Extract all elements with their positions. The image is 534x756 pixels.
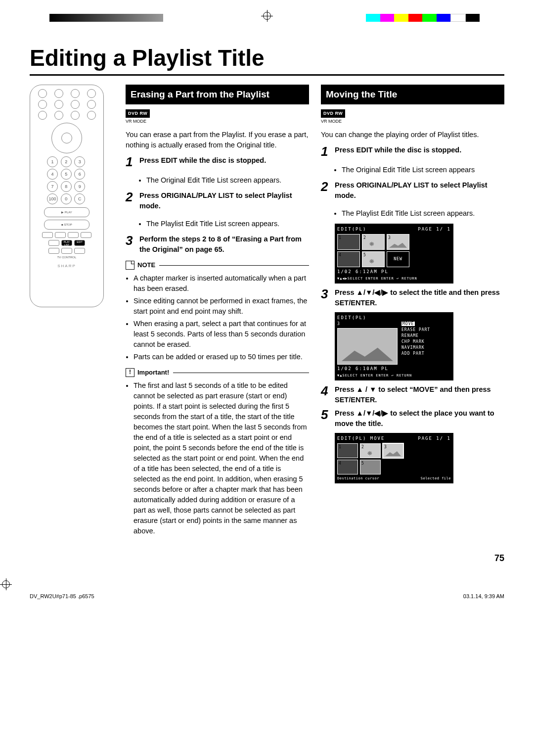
play-button-icon: ▶ PLAY bbox=[44, 207, 89, 217]
screen-edit-pl-list: EDIT(PL)PAGE 1/ 1 1 2 3 4 5 NEW 1/02 6:1… bbox=[335, 224, 453, 284]
preview-thumbnail bbox=[337, 328, 398, 365]
number-pad: 123 456 789 1000C bbox=[47, 156, 87, 204]
erasing-step-3: 3 Perform the steps 2 to 8 of “Erasing a… bbox=[126, 234, 309, 255]
erasing-step-2: 2 Press ORIGINAL/PLAY LIST to select Pla… bbox=[126, 190, 309, 211]
moving-step-2: 2 Press ORIGINAL/PLAY LIST to select Pla… bbox=[321, 180, 504, 201]
page-number: 75 bbox=[30, 553, 504, 564]
important-text: The first and last 5 seconds of a title … bbox=[126, 380, 309, 536]
moving-step-4: 4 Press ▲ / ▼ to select “MOVE” and then … bbox=[321, 384, 504, 405]
page-title: Editing a Playlist Title bbox=[30, 45, 504, 71]
moving-heading: Moving the Title bbox=[321, 85, 504, 104]
greyscale-bar bbox=[49, 14, 163, 22]
title-rule bbox=[30, 74, 504, 76]
important-icon: ! bbox=[126, 368, 134, 377]
note-list: A chapter marker is inserted automatical… bbox=[126, 273, 309, 362]
top-printers-marks bbox=[0, 0, 534, 35]
brand-logo: SHARP bbox=[34, 264, 99, 268]
screen-edit-pl-menu: EDIT(PL) 3 MOVE ERASE PART RENAME CHP MA… bbox=[335, 312, 453, 380]
footer-pagenum: 75 bbox=[88, 593, 94, 605]
remote-control-diagram: 123 456 789 1000C ▶ PLAY ■ STOP PLAY LIS… bbox=[30, 85, 104, 307]
disc-badge: DVD RW bbox=[126, 109, 150, 118]
color-bar bbox=[366, 14, 480, 22]
erasing-step-1: 1 Press EDIT while the disc is stopped. bbox=[126, 155, 309, 168]
moving-step-5: 5 Press ▲/▼/◀/▶ to select the place you … bbox=[321, 408, 504, 429]
moving-step-3: 3 Press ▲/▼/◀/▶ to select the title and … bbox=[321, 287, 504, 308]
disc-mode: VR MODE bbox=[321, 118, 504, 125]
erasing-intro: You can erase a part from the Playlist. … bbox=[126, 130, 309, 150]
page-footer: DV_RW2U#p71-85 .p65 75 03.1.14, 9:39 AM bbox=[0, 578, 534, 610]
disc-mode: VR MODE bbox=[126, 118, 309, 125]
footer-filename: DV_RW2U#p71-85 .p65 bbox=[30, 593, 88, 605]
footer-timestamp: 03.1.14, 9:39 AM bbox=[463, 593, 504, 605]
disc-badge: DVD RW bbox=[321, 109, 345, 118]
registration-mark-top bbox=[261, 10, 273, 22]
moving-intro: You can change the playing order of Play… bbox=[321, 130, 504, 140]
note-icon bbox=[126, 261, 134, 270]
manual-page: Editing a Playlist Title 123 456 789 100… bbox=[0, 35, 534, 578]
screen-edit-pl-move: EDIT(PL) MOVEPAGE 1/ 1 1 2 3 4 5 Destina… bbox=[335, 433, 453, 483]
registration-mark-bottom bbox=[273, 593, 285, 605]
erasing-heading: Erasing a Part from the Playlist bbox=[126, 85, 309, 104]
stop-button-icon: ■ STOP bbox=[44, 220, 89, 230]
playlist-edit-buttons: PLAY LIST EDIT bbox=[34, 240, 99, 246]
important-header: ! Important! bbox=[126, 368, 309, 378]
moving-step-1: 1 Press EDIT while the disc is stopped. bbox=[321, 145, 504, 158]
dpad-icon bbox=[51, 123, 82, 153]
note-header: NOTE bbox=[126, 261, 309, 270]
